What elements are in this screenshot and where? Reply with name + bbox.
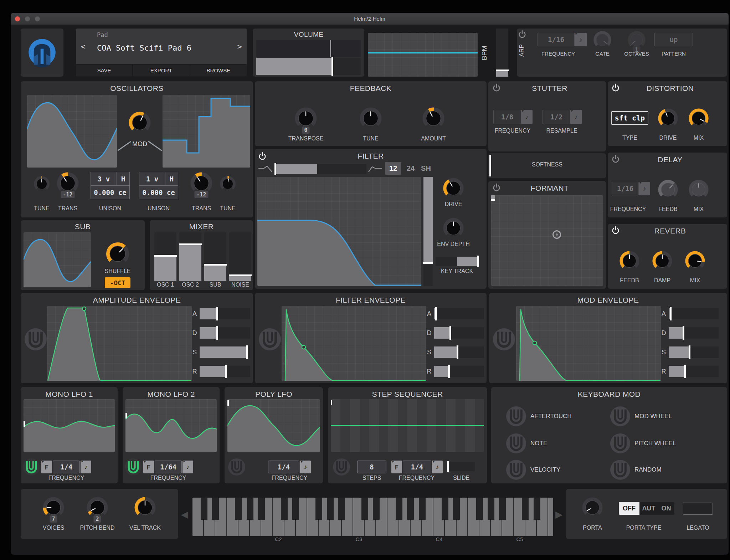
distortion-type-selector[interactable]: sft clp [611, 111, 648, 125]
stutter-resample-value[interactable]: 1/2 [543, 110, 570, 124]
next-patch-button[interactable]: > [232, 29, 247, 64]
mixer-osc1-slider[interactable] [154, 232, 176, 281]
porta-type-on[interactable]: ON [658, 502, 674, 515]
minimize-button[interactable] [25, 16, 30, 21]
filter-24db-button[interactable]: 24 [403, 162, 418, 175]
distortion-mix-knob[interactable] [688, 108, 709, 129]
reverb-damp-knob[interactable] [652, 251, 673, 271]
lfo1-sync-button[interactable]: ▾F [41, 461, 52, 473]
seq-frequency-value[interactable]: 1/4 [403, 461, 431, 473]
reverb-mix-knob[interactable] [685, 251, 705, 271]
mod-envelope-display[interactable] [516, 306, 661, 381]
step-seq-mod-source-icon[interactable] [333, 458, 350, 476]
feedback-tune-knob[interactable] [359, 107, 382, 130]
poly-lfo-mod-source-icon[interactable] [228, 458, 245, 476]
seq-sync-button[interactable]: ▾F [391, 461, 402, 473]
cross-mod-knob[interactable] [128, 111, 151, 134]
stutter-power-icon[interactable] [492, 83, 501, 93]
close-button[interactable] [15, 16, 20, 21]
note-mod-source-icon[interactable] [506, 433, 526, 453]
osc1-waveform-display[interactable] [27, 95, 117, 168]
filter-12db-button[interactable]: 12 [385, 162, 401, 175]
formant-xy-pad[interactable] [491, 195, 603, 286]
amp-release-slider[interactable] [200, 366, 250, 377]
piano-keyboard[interactable] [192, 498, 553, 536]
mod-wheel-mod-source-icon[interactable] [610, 406, 630, 426]
delay-feedback-knob[interactable] [658, 179, 678, 200]
slide-slider[interactable] [448, 462, 475, 471]
steps-value[interactable]: 8 [357, 461, 386, 473]
bpm-slider[interactable] [496, 29, 508, 77]
arp-pattern-value[interactable]: up [654, 33, 693, 46]
delay-frequency-note-button[interactable]: ▾♪ [639, 182, 650, 195]
filt-attack-slider[interactable] [434, 308, 484, 319]
mod-attack-slider[interactable] [669, 308, 719, 319]
osc1-unison-detune[interactable]: 0.000 ce [91, 186, 129, 199]
mixer-osc2-slider[interactable] [179, 232, 201, 281]
mod-release-slider[interactable] [669, 366, 719, 377]
legato-toggle[interactable] [683, 503, 713, 515]
delay-power-icon[interactable] [611, 155, 620, 164]
filter-drive-knob[interactable] [443, 178, 464, 199]
osc2-unison-voices[interactable]: 1 v [139, 172, 165, 185]
export-button[interactable]: EXPORT [133, 65, 189, 76]
delay-mix-knob[interactable] [688, 179, 709, 200]
reverb-feedback-knob[interactable] [619, 251, 640, 271]
prev-patch-button[interactable]: < [76, 29, 90, 64]
keyboard-scroll-left-icon[interactable]: ◀ [181, 509, 188, 520]
filter-sh-button[interactable]: SH [418, 162, 433, 175]
poly-lfo-frequency-value[interactable]: 1/4 [268, 461, 299, 473]
lfo2-sync-button[interactable]: ▾F [143, 461, 154, 473]
lfo2-mod-source-icon[interactable] [125, 458, 142, 476]
key-track-slider[interactable] [436, 257, 478, 266]
arp-power-icon[interactable] [518, 30, 527, 39]
osc2-harmonize-button[interactable]: H [165, 172, 178, 185]
osc1-unison-box[interactable]: 3 vH 0.000 ce [91, 172, 130, 199]
lfo1-note-button[interactable]: ▾♪ [81, 461, 91, 473]
osc2-tune-knob[interactable] [220, 176, 236, 192]
amplitude-envelope-display[interactable] [47, 306, 192, 381]
filter-power-icon[interactable] [258, 152, 267, 161]
stutter-frequency-note-button[interactable]: ▾♪ [521, 110, 533, 124]
amp-env-mod-source-icon[interactable] [25, 328, 47, 350]
distortion-drive-knob[interactable] [658, 108, 678, 129]
lfo1-waveform-display[interactable] [24, 399, 115, 452]
osc2-unison-box[interactable]: 1 vH 0.000 ce [139, 172, 178, 199]
porta-type-off[interactable]: OFF [619, 502, 639, 515]
filter-envelope-display[interactable] [282, 306, 426, 381]
lfo2-waveform-display[interactable] [125, 399, 217, 452]
filt-release-slider[interactable] [434, 366, 484, 377]
random-mod-source-icon[interactable] [610, 460, 630, 480]
sub-waveform-display[interactable] [24, 232, 91, 287]
mod-env-mod-source-icon[interactable] [493, 328, 515, 350]
poly-lfo-note-button[interactable]: ▾♪ [300, 461, 311, 473]
lfo2-note-button[interactable]: ▾♪ [182, 461, 193, 473]
filt-decay-slider[interactable] [434, 327, 484, 339]
filter-response-display[interactable] [257, 177, 421, 286]
black-keys[interactable] [192, 498, 553, 520]
osc2-unison-detune[interactable]: 0.000 ce [139, 186, 178, 199]
lfo2-frequency-value[interactable]: 1/64 [155, 461, 182, 473]
filter-env-mod-source-icon[interactable] [259, 328, 281, 350]
filter-resonance-slider[interactable] [423, 177, 433, 286]
mixer-sub-slider[interactable] [204, 232, 226, 281]
patch-name[interactable]: COA Soft Scifi Pad 6 [97, 43, 191, 52]
formant-xy-handle[interactable] [552, 230, 561, 239]
mod-decay-slider[interactable] [669, 327, 719, 339]
sub-octave-button[interactable]: -OCT [105, 277, 130, 288]
distortion-power-icon[interactable] [611, 83, 620, 93]
osc1-harmonize-button[interactable]: H [117, 172, 129, 185]
zoom-button[interactable] [35, 16, 40, 21]
amp-decay-slider[interactable] [200, 327, 250, 339]
osc1-tune-knob[interactable] [34, 176, 50, 192]
stutter-resample-note-button[interactable]: ▾♪ [570, 110, 582, 124]
porta-type-aut[interactable]: AUT [639, 502, 658, 515]
aftertouch-mod-source-icon[interactable] [506, 406, 526, 426]
mod-sustain-slider[interactable] [669, 346, 719, 358]
mixer-noise-slider[interactable] [229, 232, 251, 281]
velocity-mod-source-icon[interactable] [506, 460, 526, 480]
formant-power-icon[interactable] [492, 183, 501, 192]
lfo1-mod-source-icon[interactable] [23, 458, 40, 476]
pitch-wheel-mod-source-icon[interactable] [610, 433, 630, 453]
filt-sustain-slider[interactable] [434, 346, 484, 358]
